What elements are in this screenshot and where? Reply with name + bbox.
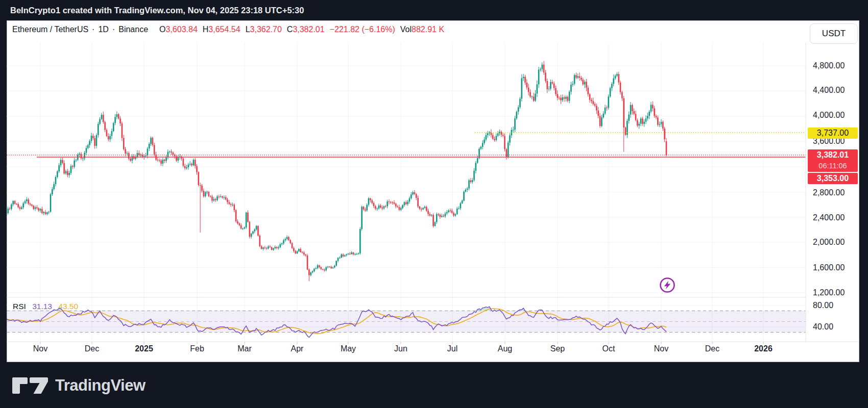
time-axis-label: 2025 — [124, 344, 164, 353]
price-axis-label: 4,800.00 — [813, 60, 845, 71]
time-axis-label: Nov — [20, 344, 61, 353]
time-axis-label: Feb — [177, 344, 218, 353]
time-axis-label: Sep — [537, 344, 578, 353]
rsi-title: RSI — [13, 302, 26, 311]
close-value: 3,382.01 — [293, 25, 324, 34]
attribution-bar: BeInCrypto1 created with TradingView.com… — [0, 0, 868, 20]
high-value: 3,654.54 — [208, 25, 240, 34]
chart-canvas[interactable] — [7, 20, 859, 362]
tradingview-logo-icon — [10, 374, 49, 397]
tradingview-logo-text: TradingView — [55, 376, 146, 395]
time-axis-label: Apr — [277, 344, 318, 353]
time-axis-label: Oct — [588, 344, 629, 353]
yellow-level-price-tag: 3,737.00 — [808, 128, 858, 139]
time-axis-label: Jul — [432, 344, 473, 353]
time-axis-label: Aug — [485, 344, 525, 353]
low-key: L — [246, 25, 250, 34]
change-value: −221.82 (−6.16%) — [330, 25, 395, 34]
lightning-drawing-icon[interactable] — [659, 277, 676, 293]
open-value: 3,603.84 — [166, 25, 198, 34]
time-axis-label: Dec — [692, 344, 733, 353]
price-axis-label: 1,600.00 — [813, 262, 845, 273]
volume-key: Vol — [400, 25, 412, 34]
currency-toggle-button[interactable]: USDT — [810, 23, 858, 44]
rsi-ma-value: 43.50 — [58, 302, 78, 311]
time-axis-label: Jun — [380, 344, 421, 353]
exchange-label: Binance — [118, 25, 148, 34]
price-axis-label: 2,000.00 — [813, 237, 845, 248]
time-axis-label: 2026 — [743, 344, 784, 353]
price-axis-label: 2,400.00 — [813, 212, 845, 223]
volume-value: 882.91 K — [412, 25, 444, 34]
price-axis-label: 4,400.00 — [813, 85, 845, 96]
separator-dot: · — [92, 25, 94, 34]
time-axis-label: Dec — [71, 344, 112, 353]
price-axis-label: 4,000.00 — [813, 110, 845, 121]
last-price-value: 3,382.01 — [808, 149, 858, 161]
tradingview-footer: TradingView — [10, 372, 146, 399]
separator-dot: · — [112, 25, 115, 34]
high-key: H — [203, 25, 209, 34]
bar-countdown: 06:11:06 — [808, 161, 858, 171]
rsi-legend: RSI 31.13 43.50 — [13, 302, 78, 311]
price-axis-label: 2,800.00 — [813, 187, 845, 198]
price-axis-label: 1,200.00 — [813, 287, 845, 298]
time-axis-label: May — [328, 344, 369, 353]
low-value: 3,362.70 — [250, 25, 282, 34]
time-axis-label: Mar — [224, 344, 265, 353]
price-axis-label: 40.00 — [813, 321, 833, 333]
close-key: C — [287, 25, 293, 34]
rsi-value: 31.13 — [32, 302, 52, 311]
tradingview-export: BeInCrypto1 created with TradingView.com… — [0, 0, 868, 408]
symbol-name[interactable]: Ethereum / TetherUS — [12, 25, 88, 34]
time-axis-label: Nov — [641, 344, 682, 353]
price-axis-label: 80.00 — [813, 300, 833, 311]
symbol-legend[interactable]: Ethereum / TetherUS·1D·BinanceO3,603.84H… — [12, 25, 444, 36]
open-key: O — [159, 25, 165, 34]
alert-level-price-tag: 3,353.00 — [808, 173, 858, 184]
interval-label[interactable]: 1D — [98, 25, 108, 34]
last-price-tag: 3,382.01 06:11:06 — [808, 149, 858, 172]
